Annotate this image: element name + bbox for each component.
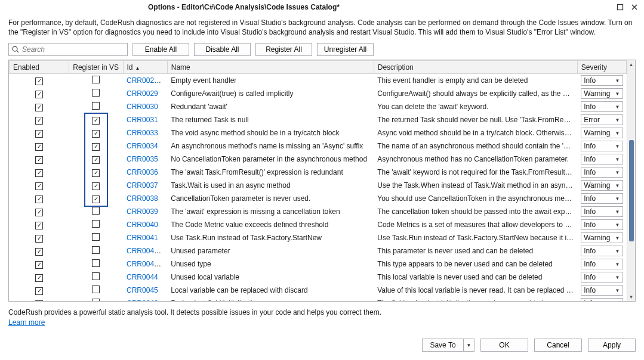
table-row[interactable]: CRR0031The returned Task is nullThe retu… — [10, 113, 627, 126]
severity-dropdown[interactable]: Warning▼ — [581, 180, 623, 191]
col-severity[interactable]: Severity — [577, 61, 626, 74]
enabled-checkbox[interactable] — [35, 261, 43, 269]
table-row[interactable]: CRR0039The 'await' expression is missing… — [10, 205, 627, 218]
enabled-checkbox[interactable] — [35, 209, 43, 216]
enable-all-button[interactable]: Enable All — [133, 43, 189, 56]
issue-id-link[interactable]: CRR0040 — [127, 221, 158, 229]
table-row[interactable]: CRR0045Local variable can be replaced wi… — [10, 284, 627, 297]
table-row[interactable]: CRR0037Task.Wait is used in an async met… — [10, 179, 627, 192]
table-row[interactable]: CRR0041Use Task.Run instead of Task.Fact… — [10, 231, 627, 244]
register-checkbox[interactable] — [92, 182, 100, 190]
enabled-checkbox[interactable] — [35, 130, 43, 138]
register-checkbox[interactable] — [92, 89, 100, 97]
table-row[interactable]: CRR0040The Code Metric value exceeds def… — [10, 218, 627, 231]
table-row[interactable]: CRR0030Redundant 'await'You can delete t… — [10, 100, 627, 113]
close-icon[interactable] — [630, 2, 639, 12]
issue-id-link[interactable]: CRR0045 — [127, 286, 158, 294]
severity-dropdown[interactable]: Info▼ — [581, 167, 623, 178]
severity-dropdown[interactable]: Info▼ — [581, 206, 623, 217]
enabled-checkbox[interactable] — [35, 300, 43, 302]
table-row[interactable]: CRR0042✲Unused parameterThis parameter i… — [10, 244, 627, 257]
issue-id-link[interactable]: CRR0035 — [127, 155, 158, 163]
table-row[interactable]: CRR0035No CancellationToken parameter in… — [10, 153, 627, 166]
enabled-checkbox[interactable] — [35, 287, 43, 295]
ok-button[interactable]: OK — [480, 339, 528, 352]
enabled-checkbox[interactable] — [35, 235, 43, 243]
register-all-button[interactable]: Register All — [255, 43, 312, 56]
issue-id-link[interactable]: CRR0033 — [127, 129, 158, 137]
col-enabled[interactable]: Enabled — [10, 61, 69, 74]
scrollbar-thumb[interactable] — [629, 140, 634, 241]
severity-dropdown[interactable]: Error▼ — [581, 114, 623, 125]
unregister-all-button[interactable]: Unregister All — [317, 43, 374, 56]
enabled-checkbox[interactable] — [35, 222, 43, 229]
register-checkbox[interactable] — [92, 220, 100, 228]
table-row[interactable]: CRR0046Redundant field initializationThe… — [10, 297, 627, 301]
severity-dropdown[interactable]: Warning▼ — [581, 88, 623, 99]
severity-dropdown[interactable]: Info▼ — [581, 75, 623, 86]
enabled-checkbox[interactable] — [35, 182, 43, 190]
enabled-checkbox[interactable] — [35, 91, 43, 98]
issue-id-link[interactable]: CRR0044 — [127, 273, 158, 281]
register-checkbox[interactable] — [92, 207, 100, 215]
register-checkbox[interactable] — [92, 285, 100, 293]
table-row[interactable]: CRR0043✲Unused typeThis type appears to … — [10, 257, 627, 271]
register-checkbox[interactable] — [92, 272, 100, 280]
col-id[interactable]: Id▲ — [123, 61, 167, 74]
severity-dropdown[interactable]: Warning▼ — [581, 128, 623, 138]
restore-icon[interactable] — [615, 2, 625, 12]
col-register[interactable]: Register in VS — [69, 61, 123, 74]
save-to-button[interactable]: Save To ▼ — [422, 339, 474, 352]
issue-id-link[interactable]: CRR0036 — [127, 168, 158, 176]
scroll-up-icon[interactable]: ▲ — [627, 60, 635, 69]
learn-more-link[interactable]: Learn more — [8, 318, 45, 327]
enabled-checkbox[interactable] — [35, 143, 43, 151]
register-checkbox[interactable] — [92, 143, 100, 151]
disable-all-button[interactable]: Disable All — [194, 43, 251, 56]
severity-dropdown[interactable]: Info▼ — [581, 219, 623, 230]
vertical-scrollbar[interactable]: ▲ ▼ — [627, 60, 635, 301]
register-checkbox[interactable] — [92, 195, 100, 203]
severity-dropdown[interactable]: Info▼ — [581, 285, 623, 296]
severity-dropdown[interactable]: Info▼ — [581, 141, 623, 151]
issue-id-link[interactable]: CRR0041 — [127, 234, 158, 242]
scroll-down-icon[interactable]: ▼ — [627, 293, 635, 301]
issue-id-link[interactable]: CRR0031 — [127, 116, 158, 124]
issue-id-link[interactable]: CRR0034 — [127, 142, 158, 150]
enabled-checkbox[interactable] — [35, 248, 43, 256]
issue-id-link[interactable]: CRR0038 — [127, 194, 158, 203]
table-row[interactable]: CRR0044Unused local variableThis local v… — [10, 271, 627, 284]
enabled-checkbox[interactable] — [35, 117, 43, 125]
severity-dropdown[interactable]: Warning▼ — [581, 232, 623, 243]
enabled-checkbox[interactable] — [35, 77, 43, 85]
severity-dropdown[interactable]: Info▼ — [581, 298, 623, 301]
issue-id-link[interactable]: CRR0046 — [127, 299, 158, 301]
register-checkbox[interactable] — [92, 130, 100, 138]
register-checkbox[interactable] — [92, 299, 100, 301]
register-checkbox[interactable] — [92, 169, 100, 177]
register-checkbox[interactable] — [92, 156, 100, 164]
issue-id-link[interactable]: CRR0039 — [127, 207, 158, 216]
issue-id-link[interactable]: CRR0028 — [127, 76, 161, 85]
table-row[interactable]: CRR0028✲Empty event handlerThis event ha… — [10, 74, 627, 88]
severity-dropdown[interactable]: Info▼ — [581, 193, 623, 204]
register-checkbox[interactable] — [92, 246, 100, 254]
search-input[interactable] — [22, 45, 125, 54]
col-description[interactable]: Description — [374, 61, 577, 74]
severity-dropdown[interactable]: Info▼ — [581, 246, 623, 256]
register-checkbox[interactable] — [92, 233, 100, 241]
severity-dropdown[interactable]: Info▼ — [581, 259, 623, 269]
register-checkbox[interactable] — [92, 117, 100, 125]
col-name[interactable]: Name — [167, 61, 374, 74]
severity-dropdown[interactable]: Info▼ — [581, 101, 623, 112]
enabled-checkbox[interactable] — [35, 104, 43, 111]
issue-id-link[interactable]: CRR0037 — [127, 181, 158, 190]
register-checkbox[interactable] — [92, 259, 100, 267]
enabled-checkbox[interactable] — [35, 156, 43, 164]
table-row[interactable]: CRR0033The void async method should be i… — [10, 126, 627, 139]
table-row[interactable]: CRR0038CancellationToken parameter is ne… — [10, 192, 627, 205]
enabled-checkbox[interactable] — [35, 274, 43, 282]
cancel-button[interactable]: Cancel — [534, 339, 582, 352]
register-checkbox[interactable] — [92, 102, 100, 110]
issue-id-link[interactable]: CRR0043 — [127, 260, 161, 268]
